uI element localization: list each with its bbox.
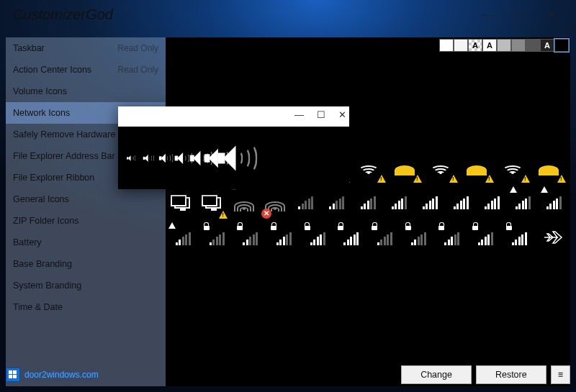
bars-lock-6-icon[interactable] — [372, 224, 398, 253]
sidebar-item-label: Battery — [13, 237, 42, 247]
bars-5b-icon[interactable] — [449, 188, 473, 217]
bars-lock-10-icon[interactable] — [506, 224, 533, 253]
vendor-link[interactable]: door2windows.com — [6, 368, 99, 382]
bg-swatch-7[interactable]: A — [540, 39, 554, 52]
sidebar-item-volume-icons[interactable]: Volume Icons — [6, 81, 166, 102]
bars-lock-8-icon[interactable] — [438, 224, 465, 253]
bars-lock-3-icon[interactable] — [271, 224, 297, 253]
wifi-star-icon[interactable]: * — [232, 188, 256, 217]
bars-tri-1-icon[interactable] — [511, 188, 535, 217]
read-only-badge: Read Only — [117, 65, 158, 75]
sidebar-item-label: File Explorer Address Bar — [13, 151, 115, 161]
bars-lock-1-icon[interactable] — [204, 224, 230, 253]
volume-xs-icon[interactable] — [127, 155, 134, 161]
monitors-dual-warn-icon[interactable] — [201, 188, 225, 217]
svg-rect-2 — [9, 375, 12, 378]
sidebar-item-label: Volume Icons — [13, 86, 67, 96]
bg-swatch-1[interactable] — [454, 39, 468, 52]
change-button[interactable]: Change — [401, 365, 472, 384]
bg-swatch-3[interactable]: A — [482, 39, 497, 52]
wifi-yellow-warn-icon[interactable] — [534, 152, 563, 181]
icon-preview-popup[interactable]: — ☐ ✕ — [118, 106, 349, 189]
svg-rect-0 — [9, 370, 12, 374]
background-swatch-strip: AAA — [439, 39, 569, 52]
minimize-button[interactable]: — — [470, 4, 503, 25]
wifi-white-warn-icon[interactable] — [498, 152, 527, 181]
sidebar-item-label: ZIP Folder Icons — [13, 216, 78, 226]
sidebar-item-battery[interactable]: Battery — [6, 232, 166, 253]
sidebar-item-label: File Explorer Ribbon — [13, 173, 94, 183]
bars-1-icon[interactable] — [294, 188, 318, 217]
sidebar-item-label: Action Center Icons — [13, 65, 91, 75]
bg-swatch-8[interactable] — [554, 39, 569, 52]
popup-minimize-button[interactable]: — — [294, 109, 304, 120]
sidebar-item-label: Network Icons — [13, 108, 70, 118]
monitor-icon — [205, 197, 221, 209]
content-area: AAA *✕ — [166, 37, 570, 386]
bars-lock-9-icon[interactable] — [472, 224, 499, 253]
restore-button[interactable]: Restore — [476, 365, 546, 384]
volume-sm-icon[interactable] — [143, 155, 153, 162]
sidebar-item-time-date[interactable]: Time & Date — [6, 296, 166, 318]
svg-rect-3 — [13, 375, 17, 378]
bars-lock-5-icon[interactable] — [338, 224, 364, 253]
wifi-white-warn-icon[interactable] — [354, 152, 383, 181]
bars-tri-2-icon[interactable] — [542, 188, 566, 217]
bars-lock-4-icon[interactable] — [305, 224, 331, 253]
bars-lock-2-icon[interactable] — [237, 224, 264, 253]
airplane-mode-icon[interactable] — [539, 224, 566, 253]
wifi-white-warn-icon[interactable] — [426, 152, 455, 181]
bg-swatch-2[interactable]: A — [468, 39, 482, 52]
window-controls: — ☐ ✕ — [470, 4, 567, 25]
sidebar-item-label: Time & Date — [13, 302, 63, 312]
sidebar-item-zip-folder-icons[interactable]: ZIP Folder Icons — [6, 210, 166, 232]
vendor-logo-icon — [6, 368, 20, 382]
svg-rect-1 — [13, 370, 17, 374]
popup-close-button[interactable]: ✕ — [338, 109, 346, 120]
maximize-button[interactable]: ☐ — [503, 4, 535, 25]
volume-lg-icon[interactable] — [175, 152, 190, 163]
read-only-badge: Read Only — [117, 43, 158, 53]
bg-swatch-6[interactable] — [526, 39, 540, 52]
titlebar: CustomizerGod — ☐ ✕ — [0, 0, 576, 29]
menu-button[interactable]: ≡ — [551, 365, 570, 384]
footer: door2windows.com Change Restore ≡ — [6, 363, 570, 386]
close-button[interactable]: ✕ — [535, 4, 567, 25]
volume-md-icon[interactable] — [159, 153, 171, 163]
wifi-yellow-warn-icon[interactable] — [462, 152, 491, 181]
sidebar-item-label: Taskbar — [13, 43, 45, 53]
sidebar: TaskbarRead OnlyAction Center IconsRead … — [6, 37, 166, 386]
sidebar-item-system-branding[interactable]: System Branding — [6, 275, 166, 296]
bars-2-icon[interactable] — [325, 188, 348, 217]
sidebar-item-label: System Branding — [13, 281, 81, 291]
bars-lock-7-icon[interactable] — [405, 224, 432, 253]
wifi-yellow-warn-icon[interactable] — [390, 152, 419, 181]
popup-maximize-button[interactable]: ☐ — [317, 109, 325, 120]
sidebar-item-label: Safely Remove Hardware — [13, 129, 115, 140]
bars-5c-icon[interactable] — [480, 188, 504, 217]
volume-3xl-icon[interactable] — [218, 145, 251, 170]
sidebar-item-label: Base Branding — [13, 259, 72, 269]
bars-tri-3-icon[interactable] — [170, 224, 197, 253]
monitor-icon — [174, 197, 190, 209]
bg-swatch-0[interactable] — [439, 39, 454, 52]
wifi-error-icon[interactable]: ✕ — [263, 188, 287, 217]
bars-4-icon[interactable] — [387, 188, 411, 217]
bars-5-icon[interactable] — [418, 188, 442, 217]
sidebar-item-general-icons[interactable]: General Icons — [6, 188, 166, 210]
sidebar-item-base-branding[interactable]: Base Branding — [6, 253, 166, 275]
monitors-dual-icon[interactable] — [170, 188, 194, 217]
sidebar-item-taskbar[interactable]: TaskbarRead Only — [6, 37, 166, 59]
sidebar-item-label: General Icons — [13, 194, 69, 204]
bg-swatch-4[interactable] — [497, 39, 511, 52]
vendor-link-text: door2windows.com — [24, 370, 99, 380]
bars-3-icon[interactable] — [356, 188, 379, 217]
sidebar-item-action-center-icons[interactable]: Action Center IconsRead Only — [6, 59, 166, 81]
app-title: CustomizerGod — [13, 6, 113, 23]
bg-swatch-5[interactable] — [511, 39, 526, 52]
